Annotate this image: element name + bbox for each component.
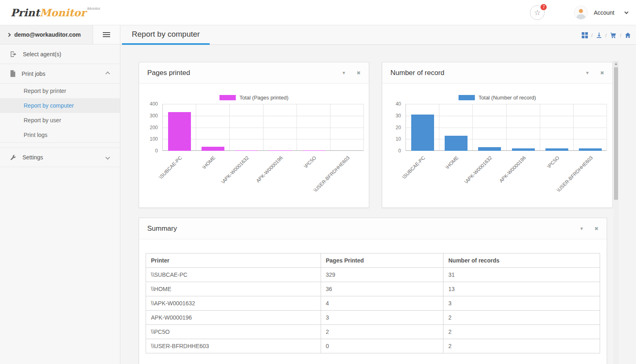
- gridline: [196, 104, 196, 150]
- cart-icon[interactable]: [610, 32, 616, 38]
- account-chevron-down-icon[interactable]: [625, 10, 629, 14]
- scrollbar-thumb[interactable]: [614, 67, 618, 200]
- bar: [411, 115, 434, 151]
- column-header: Printer: [146, 254, 321, 268]
- panel-title: Number of record: [390, 69, 586, 77]
- bar: [302, 150, 325, 151]
- legend-label: Total (Number of record): [479, 95, 536, 101]
- sidebar-item-label: Settings: [22, 154, 43, 161]
- sidebar-item-label: Print jobs: [22, 71, 45, 77]
- sidebar-item-select-agents[interactable]: Select agent(s): [0, 44, 120, 64]
- table-cell: \\HOME: [146, 282, 321, 296]
- bar: [545, 148, 568, 151]
- main-area: Report by computer / / /: [120, 25, 636, 364]
- table-cell: 2: [443, 325, 600, 339]
- sidebar-item-label: Select agent(s): [23, 51, 61, 57]
- logo-text-monitor: Monitor: [40, 7, 86, 19]
- collapse-icon[interactable]: ▾: [586, 70, 589, 76]
- app-logo[interactable]: PrintMonitor iMonitor: [11, 0, 100, 25]
- bar: [445, 136, 468, 151]
- chart-legend: Total (Pages printed): [139, 95, 369, 101]
- gridline: [607, 104, 607, 150]
- separator: /: [620, 32, 621, 38]
- user-icon: [574, 6, 587, 19]
- panel-number-of-record: Number of record ▾ ✖ Total (Number of re…: [382, 62, 613, 208]
- separator: /: [591, 32, 593, 38]
- gridline: [573, 104, 574, 150]
- y-axis-label: 30: [382, 113, 401, 119]
- sidebar-item-settings[interactable]: Settings: [0, 148, 120, 167]
- table-cell: 329: [321, 268, 443, 282]
- notification-badge: 7: [540, 4, 547, 11]
- hamburger-icon: [103, 32, 110, 33]
- scroll-up-icon[interactable]: ▲: [614, 61, 618, 66]
- download-icon[interactable]: [596, 32, 602, 38]
- dashboard-grid-icon[interactable]: [582, 32, 588, 38]
- bar: [478, 147, 501, 151]
- column-header: Pages Printed: [321, 254, 443, 268]
- table-cell: 3: [321, 311, 443, 325]
- y-axis-label: 20: [382, 125, 401, 130]
- gridline: [297, 104, 297, 150]
- legend-swatch: [219, 95, 236, 100]
- gridline: [439, 104, 439, 150]
- tabbar-actions: / / /: [582, 25, 631, 45]
- chevron-up-icon: [105, 71, 110, 76]
- sidebar-item-print-logs[interactable]: Print logs: [0, 128, 120, 142]
- bar: [202, 147, 224, 151]
- table-cell: \\APK-W0001632: [146, 296, 321, 311]
- legend-label: Total (Pages printed): [239, 95, 288, 101]
- plot-area: [406, 104, 607, 151]
- table-cell: \\SUBCAE-PC: [146, 268, 321, 282]
- close-icon[interactable]: ✖: [600, 70, 604, 76]
- sidebar-item-print-jobs[interactable]: Print jobs: [0, 64, 120, 84]
- bar: [235, 150, 258, 151]
- logo-superscript: iMonitor: [87, 7, 100, 11]
- pages-printed-chart: Total (Pages printed)0100200300400\SUBCA…: [139, 84, 369, 208]
- table-row: \\PC5O22: [146, 325, 600, 339]
- panel-header: Pages printed ▾ ✖: [139, 62, 369, 84]
- tab-report-by-computer[interactable]: Report by computer: [122, 25, 210, 45]
- notifications-button[interactable]: ☆ 7: [530, 5, 545, 20]
- topbar-right: ☆ 7 Account: [530, 0, 628, 25]
- sidebar-item-report-by-printer[interactable]: Report by printer: [0, 84, 120, 98]
- home-icon[interactable]: [625, 32, 631, 38]
- table-cell: 13: [443, 282, 600, 296]
- panel-header: Number of record ▾ ✖: [382, 62, 612, 84]
- gridline: [229, 104, 230, 150]
- panel-summary: Summary ▾ ✖ PrinterPages PrintedNumber o…: [139, 218, 607, 364]
- table-cell: 4: [321, 296, 443, 311]
- close-icon[interactable]: ✖: [594, 226, 598, 232]
- sidebar-collapse-button[interactable]: [93, 25, 120, 44]
- sidebar-item-report-by-computer[interactable]: Report by computer: [0, 98, 120, 113]
- close-icon[interactable]: ✖: [357, 70, 361, 76]
- gridline: [363, 104, 364, 150]
- sidebar-account-toggle[interactable]: demo@workauditor.com: [0, 25, 93, 44]
- collapse-icon[interactable]: ▾: [342, 70, 345, 76]
- panel-title: Summary: [147, 225, 580, 233]
- number-of-record-chart: Total (Number of record)010203040\SUBCAE…: [382, 84, 612, 208]
- panel-pages-printed: Pages printed ▾ ✖ Total (Pages printed)0…: [139, 62, 369, 208]
- sidebar-item-report-by-user[interactable]: Report by user: [0, 113, 120, 128]
- legend-swatch: [459, 95, 475, 100]
- gridline: [263, 104, 264, 150]
- separator: /: [605, 32, 607, 38]
- table-row: \\HOME3613: [146, 282, 600, 296]
- table-cell: 0: [321, 339, 443, 353]
- sidebar-header: demo@workauditor.com: [0, 25, 120, 44]
- account-label[interactable]: Account: [594, 9, 614, 16]
- avatar[interactable]: [574, 6, 588, 20]
- logo-text-print: Print: [11, 7, 40, 19]
- gridline: [506, 104, 507, 150]
- table-cell: \\PC5O: [146, 325, 321, 339]
- chevron-down-icon: [105, 155, 110, 159]
- topbar: PrintMonitor iMonitor ☆ 7 Account: [0, 0, 636, 25]
- vertical-scrollbar[interactable]: ▲: [614, 61, 618, 364]
- collapse-icon[interactable]: ▾: [580, 225, 583, 232]
- table-cell: 3: [443, 296, 600, 311]
- gridline: [540, 104, 540, 150]
- panel-header: Summary ▾ ✖: [139, 218, 607, 239]
- y-axis-label: 100: [139, 136, 158, 142]
- print-jobs-submenu: Report by printer Report by computer Rep…: [0, 84, 120, 143]
- y-axis-label: 400: [139, 101, 158, 107]
